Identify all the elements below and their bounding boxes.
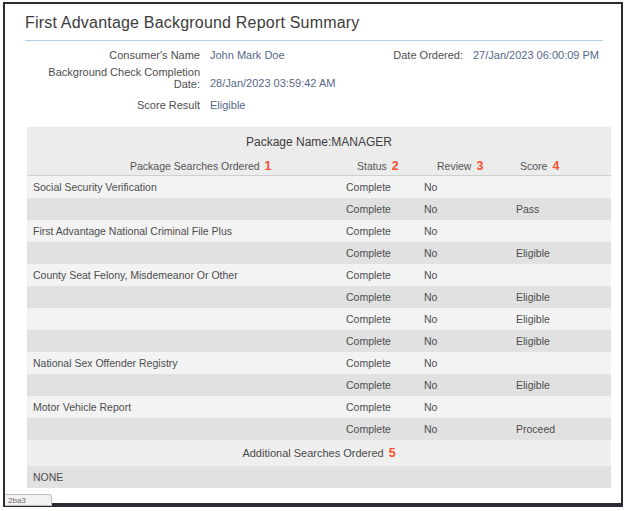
- table-row: County Seat Felony, Misdemeanor Or Other…: [27, 330, 611, 352]
- search-name-cell: County Seat Felony, Misdemeanor Or Other: [33, 264, 238, 286]
- consumer-name-value: John Mark Doe: [210, 49, 285, 61]
- search-name-cell: First Advantage National Criminal File P…: [33, 220, 232, 242]
- date-ordered-value: 27/Jan/2023 06:00:09 PM: [473, 49, 599, 61]
- table-row: Social Security Verification Complete No: [27, 176, 611, 198]
- status-cell: Complete: [346, 220, 391, 242]
- review-cell: No: [424, 176, 437, 198]
- annotation-marker-4: 4: [552, 159, 559, 173]
- title-divider: [25, 40, 603, 41]
- review-cell: No: [424, 242, 437, 264]
- column-header-score-label: Score: [520, 160, 547, 172]
- report-window: First Advantage Background Report Summar…: [3, 2, 623, 507]
- status-cell: Complete: [346, 242, 391, 264]
- package-name-band: Package Name:MANAGER: [27, 127, 611, 157]
- status-cell: Complete: [346, 418, 391, 440]
- status-cell: Complete: [346, 176, 391, 198]
- annotation-marker-2: 2: [392, 159, 399, 173]
- search-name-cell: National Sex Offender Registry: [33, 352, 178, 374]
- package-table-body: Social Security Verification Complete No…: [27, 176, 611, 440]
- column-header-searches: Package Searches Ordered1: [130, 157, 272, 175]
- completion-date-label: Background Check Completion Date:: [25, 66, 200, 90]
- score-cell: Eligible: [516, 374, 550, 396]
- date-ordered-label: Date Ordered:: [330, 49, 463, 61]
- review-cell: No: [424, 396, 437, 418]
- table-row: National Sex Offender Registry Search - …: [27, 374, 611, 396]
- review-cell: No: [424, 418, 437, 440]
- status-cell: Complete: [346, 374, 391, 396]
- column-header-status-label: Status: [357, 160, 387, 172]
- column-header-searches-label: Package Searches Ordered: [130, 160, 260, 172]
- review-cell: No: [424, 220, 437, 242]
- status-cell: Complete: [346, 198, 391, 220]
- consumer-name-label: Consumer's Name: [25, 49, 200, 61]
- annotation-marker-3: 3: [476, 159, 483, 173]
- additional-searches-band: Additional Searches Ordered5: [27, 440, 611, 466]
- completion-date-value: 28/Jan/2023 03:59:42 AM: [210, 77, 335, 89]
- table-row: Motor Vehicle Report Complete No Proceed: [27, 418, 611, 440]
- column-header-review-label: Review: [437, 160, 471, 172]
- table-row: County Seat Felony, Misdemeanor Or Other…: [27, 286, 611, 308]
- review-cell: No: [424, 286, 437, 308]
- table-row: County Seat Felony, Misdemeanor Or Other…: [27, 264, 611, 286]
- column-header-score: Score4: [520, 157, 559, 175]
- table-row: First Advantage National Criminal File P…: [27, 242, 611, 264]
- score-cell: Eligible: [516, 330, 550, 352]
- review-cell: No: [424, 198, 437, 220]
- column-header-review: Review3: [437, 157, 483, 175]
- table-row: County Seat Felony, Misdemeanor Or Other…: [27, 308, 611, 330]
- search-name-cell: Social Security Verification: [33, 176, 157, 198]
- status-cell: Complete: [346, 264, 391, 286]
- annotation-marker-5: 5: [389, 446, 396, 460]
- score-cell: Eligible: [516, 308, 550, 330]
- review-cell: No: [424, 308, 437, 330]
- page-title: First Advantage Background Report Summar…: [25, 14, 360, 32]
- additional-searches-label: Additional Searches Ordered: [242, 447, 383, 459]
- score-cell: Proceed: [516, 418, 555, 440]
- status-cell: Complete: [346, 396, 391, 418]
- additional-searches-value: NONE: [33, 471, 63, 483]
- browser-status-tooltip: 2ba3: [5, 494, 52, 506]
- package-name-label: Package Name:: [246, 135, 331, 149]
- column-header-status: Status2: [357, 157, 399, 175]
- review-cell: No: [424, 330, 437, 352]
- table-row: Motor Vehicle Report Complete No: [27, 396, 611, 418]
- score-result-label: Score Result: [25, 99, 200, 111]
- package-table: Package Name:MANAGER Package Searches Or…: [27, 127, 611, 488]
- package-name-value: MANAGER: [331, 135, 392, 149]
- annotation-marker-1: 1: [265, 159, 272, 173]
- status-cell: Complete: [346, 286, 391, 308]
- score-cell: Pass: [516, 198, 539, 220]
- table-row: National Sex Offender Registry Complete …: [27, 352, 611, 374]
- score-result-value: Eligible: [210, 99, 245, 111]
- status-cell: Complete: [346, 330, 391, 352]
- report-page: First Advantage Background Report Summar…: [5, 4, 621, 503]
- table-row: First Advantage National Criminal File P…: [27, 220, 611, 242]
- review-cell: No: [424, 352, 437, 374]
- score-cell: Eligible: [516, 242, 550, 264]
- search-name-cell: Motor Vehicle Report: [33, 396, 131, 418]
- additional-searches-none-row: NONE: [27, 466, 611, 488]
- status-cell: Complete: [346, 308, 391, 330]
- review-cell: No: [424, 264, 437, 286]
- status-cell: Complete: [346, 352, 391, 374]
- package-table-header: Package Searches Ordered1 Status2 Review…: [27, 157, 611, 176]
- review-cell: No: [424, 374, 437, 396]
- table-row: Social Security Verification Complete No…: [27, 198, 611, 220]
- score-cell: Eligible: [516, 286, 550, 308]
